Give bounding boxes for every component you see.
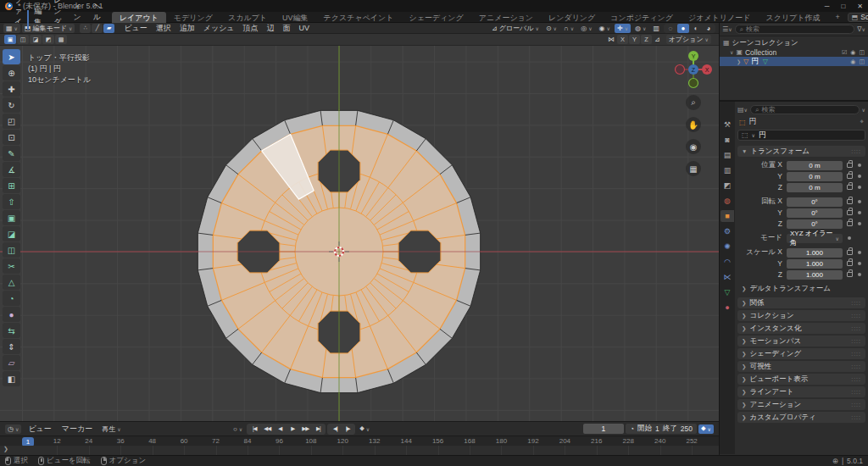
transform-panel-header[interactable]: ▼ トランスフォーム :::: <box>737 146 865 157</box>
workspace-tab[interactable]: コンポジティング <box>603 12 681 23</box>
properties-editor-type-button[interactable]: ▤∨ <box>737 106 748 114</box>
animate-dot[interactable] <box>858 251 861 254</box>
timeline-editor-type-button[interactable]: ◷∨ <box>5 424 21 434</box>
workspace-tab[interactable]: UV編集 <box>275 12 316 23</box>
spin-tool[interactable]: ◔ <box>3 291 20 306</box>
value-field[interactable]: 0° <box>787 197 843 207</box>
extrude-region-tool[interactable]: ⇧ <box>3 194 20 209</box>
timeline-ruler[interactable]: 1 12243648607284961081201321441561681801… <box>0 435 719 446</box>
current-frame-field[interactable]: 1 <box>583 424 624 434</box>
mirror-axis-X[interactable]: X <box>617 35 628 44</box>
outliner-display-mode-dropdown[interactable]: ☰∨ <box>722 25 732 33</box>
add-cube-tool[interactable]: ⊞ <box>3 178 20 193</box>
panel-grip[interactable]: :::: <box>851 313 861 319</box>
snap-base-icon[interactable]: ⊿ <box>652 35 663 44</box>
animate-dot[interactable] <box>858 200 861 203</box>
next-keyframe-button[interactable]: ▶▶ <box>299 424 311 434</box>
animate-dot[interactable] <box>858 273 861 276</box>
vertex-select[interactable]: ∴ <box>80 24 91 33</box>
animate-dot[interactable] <box>858 175 861 178</box>
section-ラインアート[interactable]: ❯ラインアート:::: <box>737 386 865 397</box>
panel-grip[interactable]: :::: <box>851 414 861 420</box>
maximize-button[interactable]: □ <box>841 3 845 10</box>
knife-tool[interactable]: ✂ <box>3 258 20 274</box>
animate-dot[interactable] <box>858 211 861 214</box>
tab-object-data[interactable]: ▽ <box>721 286 734 298</box>
shrink-fatten-tool[interactable]: ⇕ <box>3 339 20 354</box>
gizmos-toggle[interactable]: ✛∨ <box>615 24 631 33</box>
orientation-dropdown[interactable]: ⊿グローバル∨ <box>489 24 542 33</box>
timeline-channel-strip[interactable]: ❯ <box>0 446 719 455</box>
collection-row[interactable]: ∨ ▣ Collection ☑ ◉ ◫ <box>720 47 868 57</box>
jump-end-button[interactable]: ▶| <box>312 424 324 434</box>
zoom-button[interactable]: ⌕ <box>686 95 701 110</box>
tab-world[interactable]: ◍ <box>721 195 734 207</box>
section-コレクション[interactable]: ❯コレクション:::: <box>737 310 865 321</box>
close-button[interactable]: ✕ <box>857 3 863 10</box>
timeline-menu-マーカー[interactable]: マーカー <box>57 424 97 435</box>
value-field[interactable]: 0 m <box>787 183 843 192</box>
panel-grip[interactable]: :::: <box>851 389 861 395</box>
scene-selector[interactable]: ⬒ Scene ⌖ ▣ ✕ <box>848 13 868 22</box>
measure-tool[interactable]: ∡ <box>3 162 20 177</box>
outliner-search-input[interactable]: ⌕ 検索 <box>735 25 855 34</box>
navigation-gizmo[interactable]: Y X Z <box>673 49 714 90</box>
auto-keying-toggle[interactable]: ○∨ <box>231 424 245 434</box>
expand-icon[interactable]: ❯ <box>737 58 741 64</box>
panel-grip[interactable]: :::: <box>851 300 861 306</box>
properties-search-input[interactable]: ⌕ 検索 <box>750 105 860 114</box>
lock-icon[interactable] <box>847 185 853 190</box>
keying-set-dropdown[interactable]: ⬥∨ <box>357 424 372 434</box>
section-関係[interactable]: ❯関係:::: <box>737 297 865 308</box>
rendered-shading[interactable]: ◕ <box>703 24 715 33</box>
value-field[interactable]: 0° <box>787 219 843 229</box>
panel-grip[interactable]: :::: <box>851 402 861 408</box>
panel-grip[interactable]: :::: <box>851 148 861 154</box>
properties-options-dropdown[interactable]: ∨ <box>862 107 865 113</box>
panel-grip[interactable]: :::: <box>851 351 861 357</box>
bevel-tool[interactable]: ◪ <box>3 226 20 241</box>
end-frame-field[interactable]: 250 <box>681 424 693 433</box>
workspace-tab[interactable]: シェーディング <box>401 12 470 23</box>
poly-build-tool[interactable]: △ <box>3 275 20 290</box>
lock-icon[interactable] <box>847 221 853 226</box>
xray-toggle[interactable]: ▥ <box>650 24 662 33</box>
solid-shading[interactable]: ● <box>677 24 689 33</box>
render-visibility-icon[interactable]: ◫ <box>859 58 865 65</box>
delta-transform-subpanel[interactable]: ❯ デルタトランスフォーム <box>737 284 865 294</box>
lock-icon[interactable] <box>847 272 853 277</box>
value-field[interactable]: 0 m <box>787 161 843 170</box>
tab-scene[interactable]: ◩ <box>721 180 734 191</box>
mirror-axis-Y[interactable]: Y <box>629 35 640 44</box>
tab-output[interactable]: ▤ <box>721 149 734 161</box>
rip-region-tool[interactable]: ◧ <box>3 371 20 386</box>
hide-eye-icon[interactable]: ◉ <box>850 58 855 65</box>
shear-tool[interactable]: ▱ <box>3 355 20 370</box>
playback-menu[interactable]: 再生∨ <box>99 424 123 434</box>
timeline-menu-ビュー[interactable]: ビュー <box>23 424 56 435</box>
panel-grip[interactable]: :::: <box>851 363 861 369</box>
section-カスタムプロパティ[interactable]: ❯カスタムプロパティ:::: <box>737 412 865 423</box>
viewport-menu-UV[interactable]: UV <box>295 24 314 32</box>
viewport-menu-ビュー[interactable]: ビュー <box>120 23 151 34</box>
lock-icon[interactable] <box>847 199 853 204</box>
frame-back-button[interactable]: ◀| <box>329 424 341 434</box>
workspace-tab[interactable]: アニメーション <box>471 12 541 23</box>
workspace-tab[interactable]: ジオメトリノード <box>681 12 758 23</box>
section-インスタンス化[interactable]: ❯インスタンス化:::: <box>737 323 865 334</box>
viewport-menu-追加[interactable]: 追加 <box>175 23 199 34</box>
smooth-tool[interactable]: ● <box>3 307 20 322</box>
value-field[interactable]: 1.000 <box>787 259 843 269</box>
section-モーションパス[interactable]: ❯モーションパス:::: <box>737 336 865 347</box>
tab-physics[interactable]: ◠ <box>721 256 734 268</box>
pivot-dropdown[interactable]: ⊙∨ <box>543 24 559 33</box>
value-field[interactable]: 0° <box>787 208 843 218</box>
hide-eye-icon[interactable]: ◉ <box>850 49 855 56</box>
value-field[interactable]: 1.000 <box>787 270 843 280</box>
object-name-field[interactable]: ⬚∨ 円 <box>737 130 865 141</box>
tab-material[interactable]: ● <box>721 302 734 313</box>
select-intersect[interactable]: ▩ <box>55 35 67 44</box>
collapse-icon[interactable]: ∨ <box>730 49 733 55</box>
outliner-filter-dropdown[interactable]: ∇∨ <box>857 25 865 33</box>
overlays-toggle[interactable]: ◍∨ <box>632 24 648 33</box>
